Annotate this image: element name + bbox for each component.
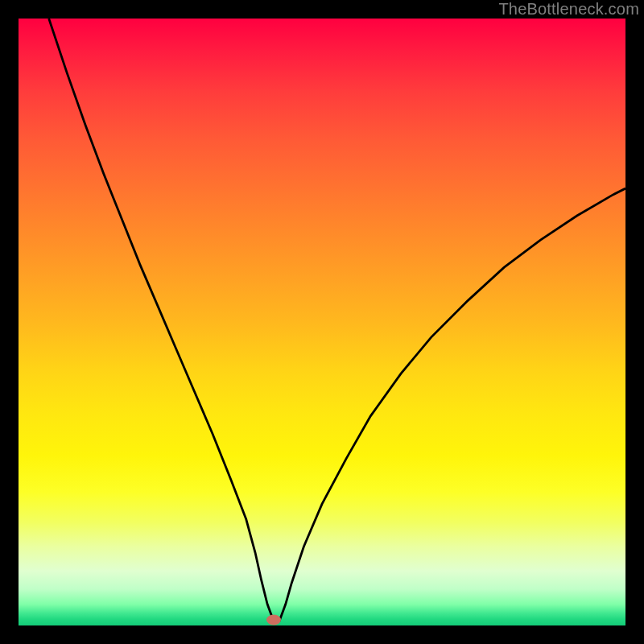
- bottleneck-curve: [49, 19, 625, 621]
- curve-svg: [19, 19, 625, 625]
- attribution-text: TheBottleneck.com: [498, 0, 639, 19]
- minimum-marker: [266, 615, 281, 625]
- chart-frame: TheBottleneck.com: [0, 0, 644, 644]
- plot-area: [19, 19, 625, 625]
